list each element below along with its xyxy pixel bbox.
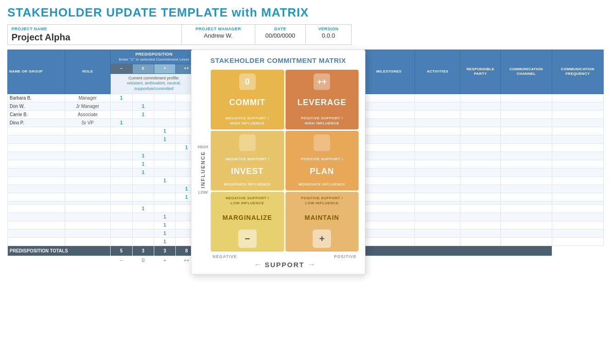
cell-data-5[interactable] [415,204,460,213]
cell-data-5[interactable] [415,237,460,246]
cell-data-4[interactable] [363,94,415,102]
cell-data-8[interactable] [552,168,603,176]
cell-pred-zero[interactable] [132,229,154,237]
cell-pred-minus[interactable]: 1 [111,118,132,127]
cell-data-7[interactable] [500,127,552,135]
cell-data-4[interactable] [363,135,415,143]
cell-data-5[interactable] [415,176,460,185]
cell-data-8[interactable] [552,229,603,237]
cell-data-4[interactable] [363,237,415,246]
cell-pred-zero[interactable]: 1 [132,204,154,213]
cell-data-7[interactable] [500,185,552,193]
cell-data-7[interactable] [500,201,552,204]
cell-pred-zero[interactable] [132,94,154,102]
cell-data-8[interactable] [552,213,603,221]
cell-pred-zero[interactable]: 1 [132,110,154,118]
cell-pred-plus[interactable]: 1 [154,135,175,143]
cell-data-5[interactable] [415,213,460,221]
cell-data-8[interactable] [552,143,603,151]
cell-data-4[interactable] [363,221,415,229]
cell-data-7[interactable] [500,221,552,229]
cell-data-6[interactable] [460,213,500,221]
cell-data-6[interactable] [460,185,500,193]
cell-data-5[interactable] [415,229,460,237]
cell-pred-zero[interactable] [132,237,154,246]
cell-data-8[interactable] [552,193,603,201]
cell-data-5[interactable] [415,151,460,160]
cell-data-6[interactable] [460,193,500,201]
cell-data-8[interactable] [552,127,603,135]
cell-data-6[interactable] [460,168,500,176]
cell-pred-plus[interactable] [154,118,175,127]
cell-data-5[interactable] [415,94,460,102]
cell-pred-zero[interactable]: 1 [132,151,154,160]
cell-data-7[interactable] [500,176,552,185]
cell-pred-zero[interactable] [132,221,154,229]
cell-pred-plus[interactable] [154,193,175,201]
cell-data-4[interactable] [363,160,415,168]
cell-data-6[interactable] [460,135,500,143]
cell-data-4[interactable] [363,168,415,176]
cell-pred-minus[interactable] [111,160,132,168]
cell-data-4[interactable] [363,185,415,193]
cell-pred-minus[interactable] [111,204,132,213]
cell-data-5[interactable] [415,168,460,176]
cell-pred-plus[interactable] [154,201,175,204]
cell-pred-minus[interactable] [111,229,132,237]
cell-data-8[interactable] [552,102,603,110]
cell-pred-minus[interactable] [111,135,132,143]
cell-data-6[interactable] [460,151,500,160]
cell-data-4[interactable] [363,176,415,185]
cell-pred-zero[interactable] [132,201,154,204]
cell-data-7[interactable] [500,229,552,237]
cell-data-5[interactable] [415,221,460,229]
cell-data-8[interactable] [552,176,603,185]
cell-data-4[interactable] [363,201,415,204]
cell-pred-minus[interactable] [111,127,132,135]
cell-pred-minus[interactable] [111,193,132,201]
cell-data-4[interactable] [363,127,415,135]
cell-data-4[interactable] [363,118,415,127]
cell-pred-zero[interactable] [132,143,154,151]
cell-data-7[interactable] [500,168,552,176]
cell-data-6[interactable] [460,229,500,237]
cell-data-7[interactable] [500,118,552,127]
cell-data-6[interactable] [460,176,500,185]
cell-pred-minus[interactable] [111,213,132,221]
cell-pred-zero[interactable] [132,135,154,143]
cell-pred-plus[interactable] [154,185,175,193]
cell-pred-minus[interactable] [111,110,132,118]
cell-data-6[interactable] [460,221,500,229]
cell-data-5[interactable] [415,160,460,168]
cell-pred-zero[interactable] [132,176,154,185]
cell-data-6[interactable] [460,102,500,110]
cell-data-7[interactable] [500,237,552,246]
cell-pred-minus[interactable] [111,221,132,229]
cell-pred-zero[interactable]: 1 [132,160,154,168]
cell-data-4[interactable] [363,193,415,201]
cell-data-7[interactable] [500,94,552,102]
cell-data-6[interactable] [460,110,500,118]
cell-data-5[interactable] [415,193,460,201]
cell-pred-minus[interactable] [111,176,132,185]
cell-data-8[interactable] [552,201,603,204]
cell-pred-zero[interactable] [132,193,154,201]
cell-data-7[interactable] [500,204,552,213]
cell-data-4[interactable] [363,213,415,221]
cell-pred-zero[interactable]: 1 [132,102,154,110]
cell-pred-plus[interactable] [154,151,175,160]
cell-data-8[interactable] [552,118,603,127]
cell-data-6[interactable] [460,143,500,151]
cell-pred-minus[interactable]: 1 [111,94,132,102]
cell-data-8[interactable] [552,185,603,193]
cell-pred-plus[interactable]: 1 [154,213,175,221]
cell-pred-plus[interactable]: 1 [154,127,175,135]
cell-data-7[interactable] [500,135,552,143]
cell-data-6[interactable] [460,160,500,168]
cell-pred-plus[interactable] [154,204,175,213]
cell-data-8[interactable] [552,237,603,246]
cell-pred-plus[interactable]: 1 [154,237,175,246]
cell-pred-plus[interactable]: 1 [154,176,175,185]
cell-data-4[interactable] [363,102,415,110]
cell-pred-plus[interactable] [154,110,175,118]
